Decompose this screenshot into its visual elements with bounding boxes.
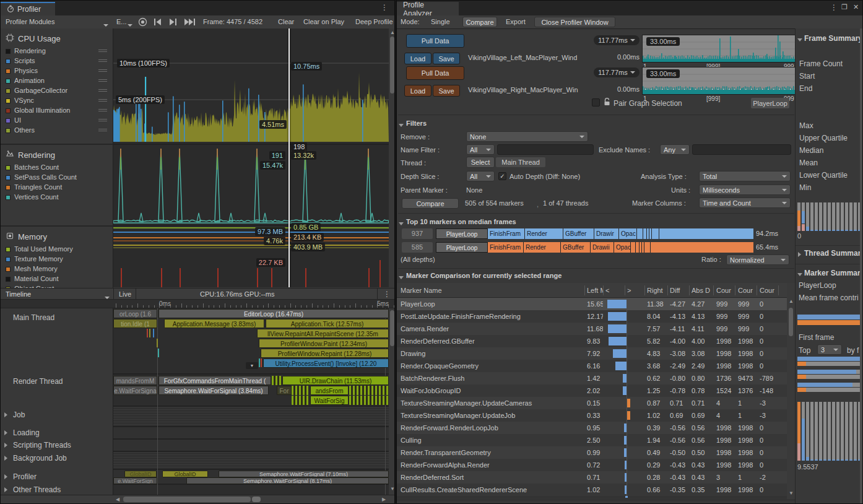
top-n-dropdown[interactable]: 3 bbox=[817, 344, 842, 355]
chart-area[interactable]: 10ms (100FPS)5ms (200FPS)10.75ms4.51ms19… bbox=[113, 28, 389, 287]
histogram-bar[interactable] bbox=[854, 402, 857, 461]
exclude-names-input[interactable] bbox=[692, 144, 791, 155]
chart-scrollbar[interactable]: ▲ bbox=[389, 28, 395, 287]
histogram-bar[interactable] bbox=[849, 402, 852, 461]
export-button[interactable]: Export bbox=[506, 18, 526, 25]
analyzer-maximize-icon[interactable]: ❐ bbox=[841, 3, 848, 11]
marker-summary-histogram[interactable] bbox=[797, 402, 863, 461]
histogram-bar[interactable] bbox=[802, 202, 805, 231]
timeline-span[interactable]: andsFrom bbox=[310, 386, 349, 395]
table-row[interactable]: PostLateUpdate.FinishFrameRendering12.17… bbox=[397, 310, 787, 323]
timeline-span-cluster[interactable] bbox=[349, 386, 389, 395]
pull-data-button[interactable]: Pull Data bbox=[406, 66, 464, 80]
sidebar-scrollbar[interactable] bbox=[860, 28, 863, 504]
top10-segment[interactable]: Render bbox=[525, 228, 563, 239]
histogram-bar[interactable] bbox=[810, 402, 813, 461]
drag-handle-icon[interactable] bbox=[98, 119, 107, 119]
next-frame-button[interactable] bbox=[169, 19, 177, 27]
frame-summary-fold-icon[interactable] bbox=[797, 35, 802, 43]
timeline-span[interactable]: tion.Idle (1 bbox=[113, 319, 157, 328]
drag-handle-icon[interactable] bbox=[98, 50, 107, 50]
timeline-span[interactable]: GlobalID bbox=[124, 471, 157, 477]
thread-row-main-thread[interactable]: Main Thread bbox=[1, 313, 112, 322]
collapse-badge[interactable]: ▼ bbox=[246, 362, 258, 369]
name-filter-mode-dropdown[interactable]: All bbox=[466, 144, 495, 155]
table-row[interactable]: Camera.Render11.687.57-4.114.119999990 bbox=[397, 323, 787, 335]
legend-item-garbagecollector[interactable]: GarbageCollector bbox=[6, 87, 111, 95]
fold-arrow-icon[interactable] bbox=[4, 430, 7, 435]
timeline-span[interactable]: ProfilerWindow.Paint (12.34ms) bbox=[259, 339, 389, 348]
module-section-cpu-usage[interactable]: CPU UsageRenderingScriptsPhysicsAnimatio… bbox=[1, 28, 113, 142]
timeline-span[interactable]: Semaphore.WaitForSignal (3.84ms) bbox=[158, 386, 269, 395]
timeline-span[interactable]: WaitForSig bbox=[310, 396, 349, 405]
drag-handle-icon[interactable] bbox=[98, 59, 107, 60]
top10-segment[interactable]: Render bbox=[524, 242, 561, 253]
timeline-span[interactable]: e.WaitForSign bbox=[113, 477, 157, 484]
top10-segment[interactable]: Drawii bbox=[591, 242, 614, 253]
column-header-1[interactable]: Left M bbox=[587, 283, 603, 298]
histogram-bar[interactable] bbox=[849, 202, 852, 231]
table-row[interactable]: Culling2.501.94-0.560.56199819980 bbox=[397, 434, 787, 446]
analysis-type-dropdown[interactable]: Total bbox=[699, 171, 791, 181]
top10-segment-thin[interactable] bbox=[644, 242, 651, 253]
top10-frame-chip[interactable]: 585 bbox=[402, 242, 433, 253]
timeline-span[interactable]: GlobalID bbox=[162, 471, 208, 477]
module-section-memory[interactable]: MemoryTotal Used MemoryTexture MemoryMes… bbox=[1, 225, 113, 288]
range-dropdown[interactable]: 117.77ms bbox=[594, 35, 640, 45]
timeline-hscrollbar[interactable]: ◀ ▶ bbox=[1, 495, 395, 504]
filters-fold-icon[interactable] bbox=[399, 121, 404, 128]
top10-segment[interactable]: PlayerLoop bbox=[436, 228, 488, 239]
table-scrollbar[interactable]: ▲ ▼ bbox=[787, 283, 795, 499]
fold-arrow-icon[interactable] bbox=[4, 412, 7, 417]
histogram-bar[interactable] bbox=[832, 202, 835, 231]
timeline-span[interactable]: UIR.DrawChain (11.53ms) bbox=[282, 376, 389, 385]
units-dropdown[interactable]: Milliseconds bbox=[699, 185, 791, 195]
timeline-span[interactable]: llView.RepaintAll.RepaintScene (12.35m bbox=[257, 329, 389, 338]
legend-item-batches-count[interactable]: Batches Count bbox=[6, 163, 111, 172]
column-header-marker-name[interactable]: Marker Name bbox=[401, 283, 580, 298]
column-header-5[interactable]: Diff bbox=[670, 283, 688, 298]
table-row[interactable]: RenderDeferred.Sort0.710.28-0.430.4331-2 bbox=[397, 471, 787, 484]
top10-segment[interactable]: Drawir bbox=[594, 228, 619, 239]
legend-item-mesh-memory[interactable]: Mesh Memory bbox=[6, 265, 111, 274]
table-row[interactable]: BatchRenderer.Flush1.420.62-0.800.801736… bbox=[397, 372, 787, 385]
top10-segment-thin[interactable] bbox=[652, 228, 659, 239]
hscroll-thumb-cap[interactable] bbox=[252, 497, 261, 502]
drag-handle-icon[interactable] bbox=[98, 69, 107, 70]
top10-marker-bar[interactable]: PlayerLoopFinishFramRenderGBufferDrawirO… bbox=[436, 228, 753, 239]
timeline-span[interactable]: ProfilerWindow.Repaint (12.28ms) bbox=[261, 349, 389, 358]
fold-arrow-icon[interactable] bbox=[4, 443, 7, 448]
thread-summary-fold-icon[interactable] bbox=[798, 250, 801, 258]
drag-handle-icon[interactable] bbox=[98, 99, 107, 100]
link-lock-icon[interactable] bbox=[604, 98, 610, 107]
frame-time-graph[interactable]: 33.00ms bbox=[642, 35, 796, 63]
analyzer-kebab-icon[interactable]: ⋮ bbox=[830, 3, 838, 12]
top10-marker-bar[interactable]: PlayerLoopFinishFramRenderGBufferDrawiiO… bbox=[436, 242, 753, 253]
histogram-bar[interactable] bbox=[815, 202, 818, 231]
drag-handle-icon[interactable] bbox=[98, 129, 107, 129]
legend-item-vertices-count[interactable]: Vertices Count bbox=[6, 193, 111, 202]
table-row[interactable]: RenderForward.RenderLoopJob0.950.39-0.56… bbox=[397, 422, 787, 434]
marker-summary-fold-icon[interactable] bbox=[797, 270, 802, 277]
name-filter-input[interactable] bbox=[497, 144, 594, 155]
memory-chart[interactable] bbox=[113, 225, 389, 287]
thread-row-other-threads[interactable]: Other Threads bbox=[1, 485, 112, 494]
timeline-span[interactable]: Application.Tick (12.57ms) bbox=[266, 319, 389, 328]
top10-segment-thin[interactable] bbox=[631, 242, 636, 253]
histogram-bar[interactable] bbox=[823, 402, 826, 461]
timeline-span[interactable]: e.WaitForSigna bbox=[113, 386, 157, 395]
timeline-span[interactable]: mandsFromM bbox=[113, 376, 157, 385]
thread-summary-title[interactable]: Thread Summary bbox=[804, 249, 863, 258]
timeline-kebab-icon[interactable]: ⋮ bbox=[383, 290, 391, 298]
histogram-bar[interactable] bbox=[828, 202, 831, 231]
timeline-span-cluster[interactable] bbox=[292, 386, 309, 395]
target-dropdown[interactable]: E... bbox=[116, 18, 127, 25]
legend-item-triangles-count[interactable]: Triangles Count bbox=[6, 183, 111, 192]
table-row[interactable]: TextureStreamingManager.UpdateJob0.331.0… bbox=[397, 409, 787, 422]
frame-time-graph[interactable]: 33.00ms bbox=[642, 67, 796, 95]
comparison-title[interactable]: Marker Comparison for currently selected… bbox=[406, 272, 562, 279]
thread-row-scripting-threads[interactable]: Scripting Threads bbox=[1, 441, 112, 450]
hscroll-thumb[interactable] bbox=[123, 497, 251, 502]
chart-scroll-thumb[interactable] bbox=[390, 37, 394, 93]
auto-depth-checkbox[interactable]: ✓ bbox=[498, 172, 506, 180]
